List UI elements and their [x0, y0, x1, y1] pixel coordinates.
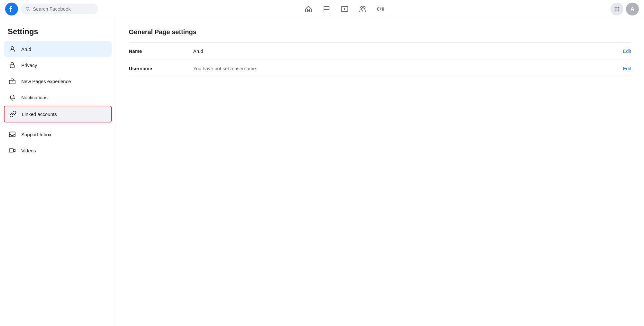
home-icon: [305, 5, 312, 13]
svg-rect-23: [10, 65, 14, 68]
sidebar-item-notifications-label: Notifications: [21, 95, 48, 100]
name-edit-button[interactable]: Edit: [623, 48, 631, 54]
sidebar: Settings An.d Privacy: [0, 18, 116, 326]
svg-point-18: [618, 8, 619, 9]
username-value: You have not set a username.: [193, 66, 623, 71]
svg-point-17: [616, 8, 617, 9]
topnav-right: A: [574, 3, 639, 15]
nav-watch-button[interactable]: [337, 1, 352, 17]
search-placeholder: Search Facebook: [33, 6, 71, 12]
topnav-left: Search Facebook: [5, 3, 115, 15]
nav-friends-button[interactable]: [355, 1, 370, 17]
briefcase-icon: [8, 77, 17, 86]
main-content: General Page settings Name An.d Edit Use…: [116, 18, 644, 326]
page-heading: General Page settings: [129, 28, 631, 36]
sidebar-item-support-inbox[interactable]: Support Inbox: [4, 127, 112, 142]
svg-point-12: [383, 9, 383, 10]
svg-marker-5: [344, 8, 346, 10]
sidebar-item-notifications[interactable]: Notifications: [4, 90, 112, 105]
svg-point-20: [616, 10, 617, 11]
sidebar-item-linked-accounts-label: Linked accounts: [22, 111, 57, 117]
grid-icon: [614, 6, 620, 12]
facebook-logo[interactable]: [5, 3, 18, 15]
nav-home-button[interactable]: [301, 1, 316, 17]
sidebar-item-new-pages-label: New Pages experience: [21, 79, 71, 84]
search-bar[interactable]: Search Facebook: [21, 4, 98, 14]
gaming-icon: [377, 5, 384, 13]
sidebar-title: Settings: [4, 24, 112, 41]
bell-icon: [8, 93, 17, 102]
sidebar-item-privacy-label: Privacy: [21, 62, 37, 68]
menu-button[interactable]: [611, 3, 623, 15]
topnav: Search Facebook: [0, 0, 644, 18]
username-edit-button[interactable]: Edit: [623, 66, 631, 71]
svg-point-19: [615, 10, 616, 11]
svg-point-15: [618, 6, 619, 7]
inbox-icon: [8, 130, 17, 139]
name-value: An.d: [193, 48, 623, 54]
nav-pages-button[interactable]: [319, 1, 334, 17]
search-icon: [25, 6, 30, 12]
lock-icon: [8, 61, 17, 70]
svg-point-22: [11, 47, 13, 49]
fb-f-icon: [8, 5, 15, 13]
sidebar-item-privacy[interactable]: Privacy: [4, 57, 112, 73]
profile-avatar[interactable]: A: [626, 3, 639, 15]
sidebar-item-new-pages[interactable]: New Pages experience: [4, 73, 112, 89]
svg-point-14: [616, 6, 617, 7]
sidebar-item-videos-label: Videos: [21, 148, 36, 153]
svg-rect-27: [9, 149, 14, 152]
sidebar-divider: [8, 124, 108, 124]
sidebar-item-and[interactable]: An.d: [4, 41, 112, 57]
flag-icon: [323, 5, 330, 13]
svg-line-1: [29, 10, 30, 11]
name-label: Name: [129, 48, 193, 54]
sidebar-item-and-label: An.d: [21, 46, 31, 52]
sidebar-item-linked-accounts[interactable]: Linked accounts: [4, 106, 112, 122]
svg-point-21: [618, 10, 619, 11]
svg-point-16: [615, 8, 616, 9]
layout: Settings An.d Privacy: [0, 18, 644, 326]
nav-gaming-button[interactable]: [373, 1, 388, 17]
link-icon: [8, 110, 17, 119]
settings-row-username: Username You have not set a username. Ed…: [129, 60, 631, 77]
sidebar-item-videos[interactable]: Videos: [4, 143, 112, 158]
person-icon: [8, 44, 17, 53]
svg-point-13: [615, 6, 616, 7]
sidebar-item-support-inbox-label: Support Inbox: [21, 132, 51, 137]
svg-point-6: [361, 6, 363, 8]
topnav-center: [115, 1, 574, 17]
play-icon: [341, 5, 348, 13]
friends-icon: [359, 5, 366, 13]
video-icon: [8, 146, 17, 155]
settings-row-name: Name An.d Edit: [129, 43, 631, 60]
svg-point-7: [363, 6, 365, 8]
username-label: Username: [129, 66, 193, 71]
svg-point-0: [26, 7, 29, 10]
